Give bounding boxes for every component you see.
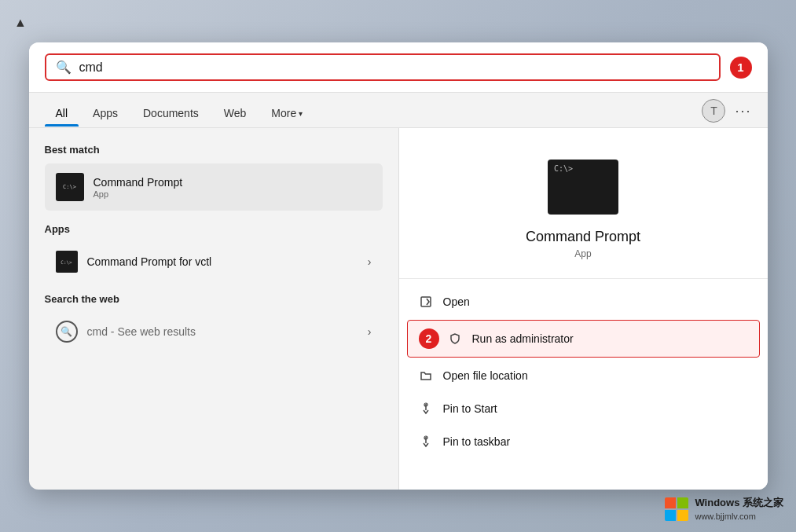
action-run-admin-label: Run as administrator	[472, 332, 574, 345]
watermark-text: Windows 系统之家 www.bjjmlv.com	[695, 496, 783, 523]
win-logo-green	[677, 497, 688, 508]
tab-more[interactable]: More ▾	[260, 101, 314, 126]
web-search-term: cmd	[87, 325, 108, 338]
win-logo-yellow	[677, 510, 688, 521]
tabs-actions: T ···	[702, 99, 751, 127]
pin-icon	[418, 401, 434, 416]
web-section: Search the web 🔍 cmd - See web results ›	[45, 293, 383, 350]
web-section-title: Search the web	[45, 293, 383, 305]
tab-web[interactable]: Web	[213, 101, 258, 126]
tab-documents[interactable]: Documents	[132, 101, 210, 126]
search-icon: 🔍	[56, 60, 72, 75]
apps-item-name: Command Prompt for vctl	[87, 255, 212, 268]
chevron-down-icon: ▾	[299, 109, 303, 118]
best-match-sub: App	[94, 189, 183, 199]
cmd-vctl-icon	[56, 251, 78, 273]
action-pin-taskbar-label: Pin to taskbar	[443, 435, 511, 448]
tab-apps[interactable]: Apps	[82, 101, 129, 126]
win-logo-blue	[665, 510, 676, 521]
search-panel: 🔍 1 All Apps Documents Web More ▾ T ··· …	[29, 42, 768, 490]
windows-logo	[665, 497, 688, 521]
open-icon	[418, 294, 434, 310]
step1-badge: 1	[730, 57, 752, 79]
folder-icon	[418, 368, 434, 383]
tab-more-label: More	[271, 107, 296, 119]
action-open-file-location[interactable]: Open file location	[399, 359, 768, 392]
main-content: Best match Command Prompt App Apps Comma…	[29, 128, 768, 490]
shield-icon	[447, 331, 463, 347]
best-match-item[interactable]: Command Prompt App	[45, 163, 383, 211]
best-match-info: Command Prompt App	[94, 176, 183, 199]
cmd-app-icon	[56, 173, 84, 201]
best-match-name: Command Prompt	[94, 176, 183, 189]
mouse-cursor: ▲	[14, 16, 27, 30]
avatar-button[interactable]: T	[702, 99, 725, 123]
right-panel-header: Command Prompt App	[399, 128, 768, 279]
action-run-as-admin[interactable]: 2 Run as administrator	[407, 320, 760, 358]
web-search-suffix: - See web results	[108, 325, 196, 338]
right-panel-title: Command Prompt	[526, 229, 640, 245]
web-item-text: cmd - See web results	[87, 325, 196, 338]
tabs-row: All Apps Documents Web More ▾ T ···	[29, 93, 768, 128]
search-input[interactable]	[79, 61, 710, 75]
action-open-label: Open	[443, 295, 470, 308]
action-open[interactable]: Open	[399, 285, 768, 318]
best-match-title: Best match	[45, 144, 383, 156]
pin-taskbar-icon	[418, 434, 434, 449]
right-panel: Command Prompt App Open 2	[398, 128, 768, 490]
left-panel: Best match Command Prompt App Apps Comma…	[29, 128, 398, 490]
site-url: www.bjjmlv.com	[695, 511, 783, 523]
action-pin-to-taskbar[interactable]: Pin to taskbar	[399, 425, 768, 458]
web-search-item[interactable]: 🔍 cmd - See web results ›	[45, 313, 383, 350]
search-bar-row: 🔍 1	[29, 42, 768, 93]
apps-list-item[interactable]: Command Prompt for vctl ›	[45, 243, 383, 281]
step2-badge: 2	[419, 328, 439, 349]
list-item-arrow: ›	[368, 255, 372, 268]
site-name: Windows 系统之家	[695, 496, 783, 510]
watermark: Windows 系统之家 www.bjjmlv.com	[665, 496, 783, 523]
more-options-button[interactable]: ···	[735, 103, 751, 119]
win-logo-red	[665, 497, 676, 508]
search-box[interactable]: 🔍	[45, 53, 721, 81]
web-item-arrow: ›	[368, 325, 372, 338]
right-panel-sub: App	[574, 248, 591, 259]
apps-section-title: Apps	[45, 223, 383, 235]
action-open-file-location-label: Open file location	[443, 369, 528, 382]
web-search-icon: 🔍	[56, 321, 78, 343]
tab-all[interactable]: All	[45, 101, 79, 126]
right-actions-list: Open 2 Run as administrator	[399, 279, 768, 464]
apps-section: Apps Command Prompt for vctl ›	[45, 223, 383, 281]
cmd-big-icon	[548, 160, 618, 215]
action-pin-start-label: Pin to Start	[443, 402, 497, 415]
action-pin-to-start[interactable]: Pin to Start	[399, 392, 768, 425]
